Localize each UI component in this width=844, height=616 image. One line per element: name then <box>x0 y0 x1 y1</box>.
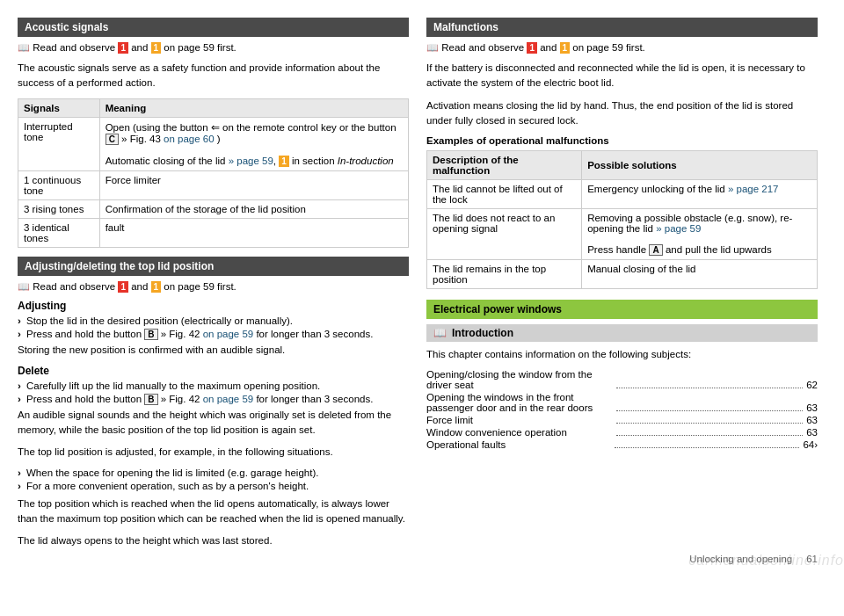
badge-section: 1 <box>279 156 289 167</box>
electrical-header: Electrical power windows <box>426 300 818 319</box>
badge-yellow-2: 1 <box>151 281 162 293</box>
acoustic-intro: The acoustic signals serve as a safety f… <box>18 61 409 91</box>
table-row: The lid cannot be lifted out of the lock… <box>427 180 818 209</box>
toc-item-4: Window convenience operation 63 <box>426 427 818 438</box>
key-c: C <box>106 134 119 145</box>
meaning-rising: Confirmation of the storage of the lid p… <box>99 199 408 218</box>
badge-red-3: 1 <box>527 42 537 54</box>
toc-page-2: 63 <box>806 402 818 413</box>
adjusting-read-observe: 📖 Read and observe 1 and 1 on page 59 fi… <box>18 281 409 293</box>
ref-page59-3: on page 59 <box>203 394 254 404</box>
toc-page-4: 63 <box>806 427 818 438</box>
toc-item-3: Force limit 63 <box>426 415 818 425</box>
signal-identical: 3 identical tones <box>18 218 100 247</box>
activation-text: Activation means closing the lid by hand… <box>426 98 818 129</box>
adjust-bullet-2: Press and hold the button B » Fig. 42 on… <box>18 329 409 340</box>
col-signals: Signals <box>18 98 100 117</box>
intro-text: This chapter contains information on the… <box>426 347 818 362</box>
key-b-2: B <box>144 394 157 405</box>
toc-page-1: 62 <box>806 380 818 390</box>
examples-title: Examples of operational malfunctions <box>426 135 818 146</box>
key-b-1: B <box>144 329 157 340</box>
solution-lid-signal: Removing a possible obstacle (e.g. snow)… <box>582 209 818 260</box>
book-icon-3: 📖 <box>426 42 439 54</box>
intro-label: Introduction <box>452 327 513 339</box>
solution-lid-lock: Emergency unlocking of the lid » page 21… <box>582 180 818 209</box>
situation-bullet-2: For a more convenient operation, such as… <box>18 481 409 491</box>
acoustic-read-observe: 📖 Read and observe 1 and 1 on page 59 fi… <box>18 42 409 54</box>
left-column: Acoustic signals 📖 Read and observe 1 an… <box>18 18 409 555</box>
ref-page59-4: » page 59 <box>656 223 701 234</box>
acoustic-signals-title: Acoustic signals <box>25 21 108 33</box>
toc-text-3: Force limit <box>426 415 613 425</box>
toc-dots-5 <box>615 447 799 448</box>
delete-bullet-1: Carefully lift up the lid manually to th… <box>18 380 409 391</box>
badge-red-2: 1 <box>118 281 128 293</box>
toc-dots-2 <box>616 410 803 411</box>
badge-yellow-1: 1 <box>151 42 162 54</box>
acoustic-table: Signals Meaning Interrupted tone Open (u… <box>18 98 409 248</box>
ref-page217: » page 217 <box>728 184 779 194</box>
desc-lid-top: The lid remains in the top position <box>427 260 582 289</box>
in-troduction-ref: In-troduction <box>338 156 394 166</box>
malfunctions-table: Description of the malfunction Possible … <box>426 150 818 289</box>
badge-yellow-3: 1 <box>560 42 571 54</box>
right-column: Malfunctions 📖 Read and observe 1 and 1 … <box>426 18 818 555</box>
battery-text: If the battery is disconnected and recon… <box>426 61 818 91</box>
toc-dots-1 <box>616 388 803 388</box>
page-container: Acoustic signals 📖 Read and observe 1 an… <box>0 0 844 573</box>
signal-rising: 3 rising tones <box>18 199 100 218</box>
toc-text-1: Opening/closing the window from the driv… <box>426 369 613 390</box>
table-row: The lid remains in the top position Manu… <box>427 260 818 289</box>
toc-page-3: 63 <box>806 415 818 425</box>
audible-text: An audible signal sounds and the height … <box>18 408 409 438</box>
toc-item-1: Opening/closing the window from the driv… <box>426 369 818 390</box>
toc-text-2: Opening the windows in the front passeng… <box>426 392 613 413</box>
adjusting-title: Adjusting/deleting the top lid position <box>25 260 214 272</box>
top-lid-text: The top lid position is adjusted, for ex… <box>18 445 409 460</box>
meaning-continuous: Force limiter <box>99 170 408 199</box>
table-row: The lid does not react to an opening sig… <box>427 209 818 260</box>
delete-sub-title: Delete <box>18 365 409 377</box>
ref-page60: on page 60 <box>164 134 215 144</box>
desc-lid-signal: The lid does not react to an opening sig… <box>427 209 582 260</box>
malfunctions-header: Malfunctions <box>426 18 818 37</box>
watermark: carmanualsonline.info <box>688 553 844 569</box>
desc-lid-lock: The lid cannot be lifted out of the lock <box>427 180 582 209</box>
electrical-title: Electrical power windows <box>433 303 562 315</box>
top-position-text: The top position which is reached when t… <box>18 496 409 527</box>
table-row: 1 continuous tone Force limiter <box>18 170 409 199</box>
toc-dots-3 <box>616 423 803 424</box>
delete-bullet-2: Press and hold the button B » Fig. 42 on… <box>18 394 409 405</box>
toc-dots-4 <box>616 435 803 436</box>
acoustic-signals-header: Acoustic signals <box>18 18 409 37</box>
meaning-identical: fault <box>99 218 408 247</box>
book-icon-2: 📖 <box>18 281 30 293</box>
badge-red-1: 1 <box>118 42 128 54</box>
table-row: Interrupted tone Open (using the button … <box>18 117 409 170</box>
solution-lid-top: Manual closing of the lid <box>582 260 818 289</box>
toc-text-5: Operational faults <box>426 439 611 450</box>
toc-text-4: Window convenience operation <box>426 427 613 438</box>
malfunctions-read-observe: 📖 Read and observe 1 and 1 on page 59 fi… <box>426 42 818 54</box>
col-desc: Description of the malfunction <box>427 151 582 180</box>
situation-bullet-1: When the space for opening the lid is li… <box>18 467 409 478</box>
key-a: A <box>649 244 662 256</box>
adjusting-header: Adjusting/deleting the top lid position <box>18 257 409 276</box>
store-text: Storing the new position is confirmed wi… <box>18 343 409 358</box>
toc-item-5: Operational faults 64› <box>426 439 818 450</box>
ref-page59-1: » page 59 <box>229 156 273 166</box>
toc-list: Opening/closing the window from the driv… <box>426 369 818 450</box>
col-solution: Possible solutions <box>582 151 818 180</box>
toc-page-5: 64› <box>803 439 818 450</box>
adjusting-sub-title: Adjusting <box>18 300 409 312</box>
book-icon-1: 📖 <box>18 42 30 54</box>
toc-item-2: Opening the windows in the front passeng… <box>426 392 818 413</box>
adjust-bullet-1: Stop the lid in the desired position (el… <box>18 315 409 326</box>
meaning-interrupted: Open (using the button ⇐ on the remote c… <box>99 117 408 170</box>
intro-subsection: 📖 Introduction <box>426 324 818 342</box>
signal-interrupted: Interrupted tone <box>18 117 100 170</box>
table-row: 3 rising tones Confirmation of the stora… <box>18 199 409 218</box>
table-row: 3 identical tones fault <box>18 218 409 247</box>
lid-always-text: The lid always opens to the height which… <box>18 533 409 548</box>
